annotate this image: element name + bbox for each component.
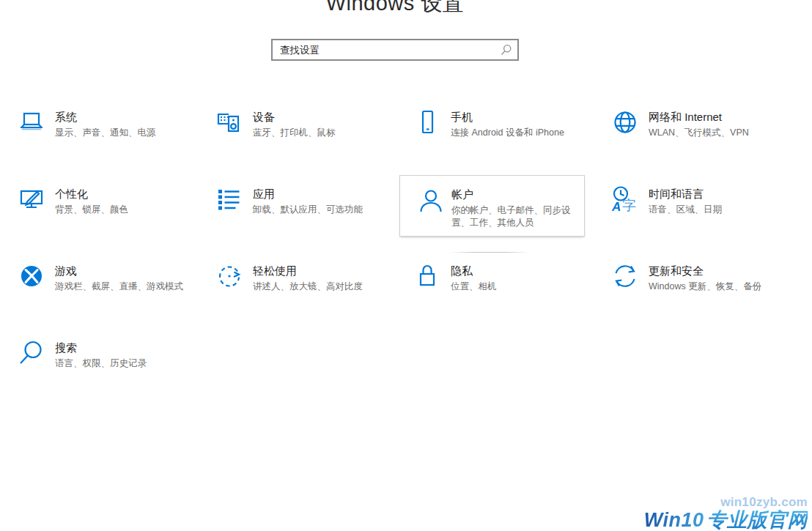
tile-title: 游戏	[55, 264, 189, 278]
watermark-logo-cn: 专业版官网	[707, 509, 808, 531]
settings-tile-privacy[interactable]: 隐私 位置、相机	[399, 252, 585, 313]
settings-tile-update-security[interactable]: 更新和安全 Windows 更新、恢复、备份	[597, 252, 783, 313]
laptop-icon	[17, 108, 46, 137]
tile-title: 更新和安全	[649, 264, 783, 278]
page-title-clip: Windows 设置	[0, 0, 790, 12]
tile-subtitle: 语言、权限、历史记录	[55, 357, 188, 370]
settings-tile-personalization[interactable]: 个性化 背景、锁屏、颜色	[4, 175, 189, 237]
tile-subtitle: 显示、声音、通知、电源	[55, 127, 188, 139]
settings-tile-system[interactable]: 系统 显示、声音、通知、电源	[4, 98, 189, 160]
settings-tile-accounts[interactable]: 帐户 你的帐户、电子邮件、同步设置、工作、其他人员	[399, 175, 585, 237]
tile-subtitle: 语音、区域、日期	[649, 204, 781, 216]
person-icon	[416, 187, 446, 216]
settings-tile-network[interactable]: 网络和 Internet WLAN、飞行模式、VPN	[597, 98, 783, 160]
svg-text:A: A	[611, 200, 621, 214]
tile-title: 轻松使用	[253, 264, 387, 278]
tile-subtitle: Windows 更新、恢复、备份	[649, 281, 781, 293]
tile-title: 应用	[253, 187, 387, 201]
clock-language-icon: A 字	[610, 185, 640, 214]
tile-subtitle: 卸载、默认应用、可选功能	[253, 204, 385, 216]
settings-tile-time-language[interactable]: A 字 时间和语言 语音、区域、日期	[597, 175, 783, 237]
watermark-url: win10zyb.com	[644, 496, 808, 508]
tile-title: 时间和语言	[649, 187, 783, 201]
settings-tile-devices[interactable]: 设备 蓝牙、打印机、鼠标	[202, 98, 387, 160]
xbox-icon	[17, 261, 46, 291]
personalization-icon	[17, 185, 46, 214]
sync-arrows-icon	[610, 261, 640, 291]
settings-grid: 系统 显示、声音、通知、电源 设备 蓝牙、打印机、鼠标 手机 连接 Androi…	[4, 98, 802, 406]
tile-subtitle: 你的帐户、电子邮件、同步设置、工作、其他人员	[451, 204, 584, 229]
lock-icon	[413, 261, 442, 291]
tile-title: 隐私	[451, 264, 585, 278]
watermark-logo: Win10专业版官网	[644, 510, 808, 530]
svg-text:字: 字	[622, 197, 636, 213]
tile-title: 网络和 Internet	[649, 110, 783, 124]
tile-title: 系统	[55, 110, 189, 124]
phone-icon	[413, 108, 442, 137]
settings-tile-search[interactable]: 搜索 语言、权限、历史记录	[4, 329, 189, 390]
tile-subtitle: 游戏栏、截屏、直播、游戏模式	[55, 281, 188, 293]
settings-tile-apps[interactable]: 应用 卸载、默认应用、可选功能	[202, 175, 387, 237]
hover-artifact-line	[449, 252, 530, 253]
apps-list-icon	[215, 185, 244, 214]
tile-subtitle: 连接 Android 设备和 iPhone	[451, 127, 583, 139]
search-input[interactable]	[271, 39, 519, 61]
page-title: Windows 设置	[0, 0, 790, 12]
devices-icon	[215, 108, 244, 137]
settings-tile-ease-of-access[interactable]: 轻松使用 讲述人、放大镜、高对比度	[202, 252, 387, 313]
tile-title: 帐户	[451, 187, 584, 201]
tile-subtitle: 蓝牙、打印机、鼠标	[253, 127, 385, 139]
watermark-logo-en: Win10	[644, 509, 707, 531]
search-area	[0, 39, 790, 61]
tile-subtitle: WLAN、飞行模式、VPN	[649, 127, 781, 139]
ease-of-access-icon	[215, 261, 244, 291]
magnifier-icon	[17, 338, 46, 368]
settings-tile-phone[interactable]: 手机 连接 Android 设备和 iPhone	[399, 98, 585, 160]
tile-subtitle: 讲述人、放大镜、高对比度	[253, 281, 385, 293]
tile-subtitle: 背景、锁屏、颜色	[55, 204, 188, 216]
tile-title: 手机	[451, 110, 585, 124]
tile-title: 搜索	[55, 341, 189, 354]
search-box	[271, 39, 519, 61]
tile-title: 设备	[253, 110, 387, 124]
globe-icon	[610, 108, 640, 137]
settings-tile-gaming[interactable]: 游戏 游戏栏、截屏、直播、游戏模式	[4, 252, 189, 313]
tile-title: 个性化	[55, 187, 189, 201]
tile-subtitle: 位置、相机	[451, 281, 583, 293]
watermark: win10zyb.com Win10专业版官网	[644, 496, 808, 530]
